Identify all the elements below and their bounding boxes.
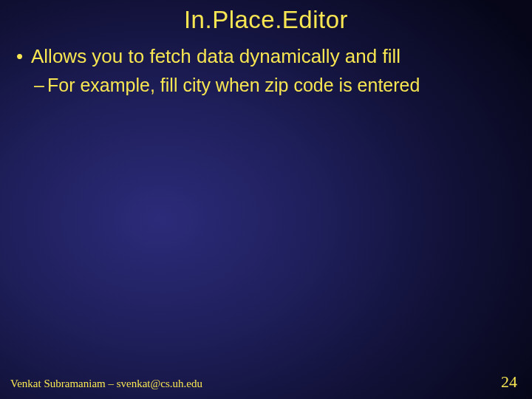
bullet-level-1: • Allows you to fetch data dynamically a…	[15, 44, 517, 69]
footer-author: Venkat Subramaniam – svenkat@cs.uh.edu	[10, 378, 202, 390]
bullet-level-2: – For example, fill city when zip code i…	[15, 73, 517, 97]
page-number: 24	[501, 372, 517, 392]
slide-title: In.Place.Editor	[15, 6, 517, 34]
bullet-dot-icon: •	[15, 44, 31, 69]
bullet-dash-icon: –	[34, 73, 47, 97]
bullet-level-2-text: For example, fill city when zip code is …	[47, 73, 517, 97]
slide: In.Place.Editor • Allows you to fetch da…	[0, 0, 532, 399]
bullet-level-1-text: Allows you to fetch data dynamically and…	[31, 44, 517, 69]
